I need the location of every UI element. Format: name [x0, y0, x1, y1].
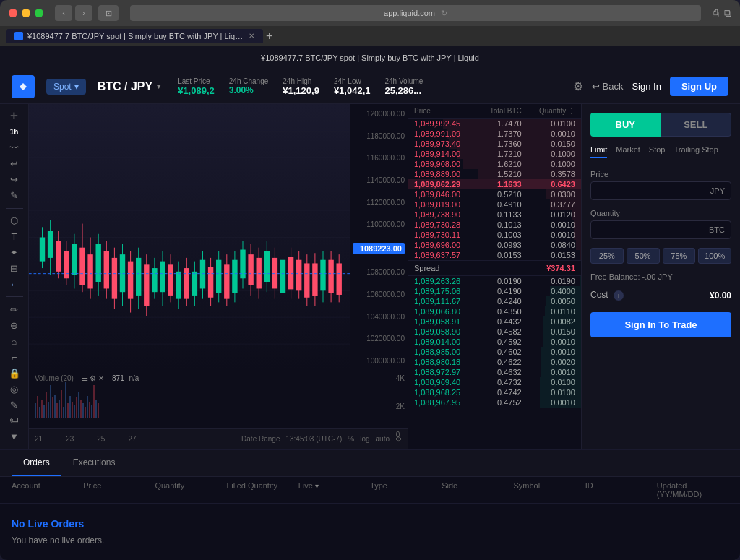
ask-row[interactable]: 1,089,738.900.11330.0120	[408, 210, 581, 220]
close-window-btn[interactable]	[9, 9, 17, 17]
indicator-tool[interactable]: ⊞	[3, 262, 26, 275]
ask-row[interactable]: 1,089,637.570.01530.0153	[408, 250, 581, 260]
url-bar[interactable]: app.liquid.com ↻	[130, 5, 701, 21]
bid-row[interactable]: 1,088,980.180.46220.0020	[408, 357, 581, 367]
home-tool[interactable]: ⌂	[3, 335, 26, 348]
bid-row[interactable]: 1,089,263.260.01900.0190	[408, 276, 581, 286]
ob-sort-icon[interactable]: ⋮	[568, 107, 575, 115]
bid-row[interactable]: 1,088,969.400.47320.0100	[408, 377, 581, 387]
browser-tab[interactable]: ¥1089477.7 BTC/JPY spot | Simply buy BTC…	[6, 29, 263, 43]
edit-tool[interactable]: ✎	[3, 398, 26, 411]
bid-row[interactable]: 1,089,066.800.43500.0110	[408, 306, 581, 316]
live-col-header[interactable]: Live ▾	[298, 481, 370, 499]
maximize-window-btn[interactable]	[35, 9, 43, 17]
crosshair-tool[interactable]: ✛	[3, 110, 26, 123]
buy-tab[interactable]: BUY	[590, 113, 661, 137]
ask-row[interactable]: 1,089,846.000.52100.0300	[408, 189, 581, 199]
share-btn[interactable]: ⎙	[713, 7, 718, 20]
tab-close-btn[interactable]: ✕	[249, 32, 254, 40]
crop-tool[interactable]: ⌐	[3, 350, 26, 363]
forward-nav-btn[interactable]: ›	[75, 5, 92, 21]
bid-row[interactable]: 1,089,058.910.44320.0082	[408, 316, 581, 327]
chart-container[interactable]: ☰ BTCJPY, 60 ⚙ ◉ O 1093489.21 H 1094541.…	[29, 104, 408, 371]
pair-selector[interactable]: BTC / JPY ▾	[98, 80, 160, 93]
ask-row[interactable]: 1,089,992.451.74700.0100	[408, 119, 581, 129]
svg-rect-74	[288, 257, 293, 289]
bid-row[interactable]: 1,088,968.250.47420.0100	[408, 387, 581, 397]
redo-btn[interactable]: ↪	[3, 173, 26, 186]
settings-icon[interactable]: ⚙	[573, 79, 583, 93]
pencil-tool[interactable]: ✏	[3, 303, 26, 316]
bid-row[interactable]: 1,089,175.060.41900.4000	[408, 286, 581, 296]
market-order-tab[interactable]: Market	[616, 145, 640, 158]
volume-bar	[87, 396, 88, 418]
bid-row[interactable]: 1,089,111.670.42400.0050	[408, 296, 581, 306]
pct-100-btn[interactable]: 100%	[698, 248, 731, 264]
sign-up-btn[interactable]: Sign Up	[670, 77, 728, 96]
volume-bar	[85, 407, 86, 418]
ask-row[interactable]: 1,089,889.001.52100.3578	[408, 169, 581, 179]
bid-row[interactable]: 1,088,967.950.47520.0010	[408, 397, 581, 408]
pct-25-btn[interactable]: 25%	[590, 248, 624, 264]
sign-in-trade-btn[interactable]: Sign In To Trade	[590, 312, 731, 337]
volume-bar	[78, 392, 79, 418]
volume-area: Volume (20) ☰ ⚙ ✕ 871 n/a 4K 2K 0	[29, 371, 408, 428]
limit-order-tab[interactable]: Limit	[590, 145, 607, 158]
measure-tool[interactable]: ✦	[3, 246, 26, 259]
new-tab-btn[interactable]: +	[266, 30, 272, 43]
draw-tool[interactable]: ✎	[3, 189, 26, 202]
refresh-icon[interactable]: ↻	[441, 9, 447, 18]
tag-tool[interactable]: 🏷	[3, 414, 26, 427]
text-tool[interactable]: T	[3, 231, 26, 244]
tab-icon-btn[interactable]: ⊡	[98, 5, 119, 21]
cost-info-icon[interactable]: i	[614, 290, 624, 301]
pct-75-btn[interactable]: 75%	[663, 248, 696, 264]
sell-tab[interactable]: SELL	[661, 113, 732, 137]
resize-btn[interactable]: ⧉	[724, 7, 731, 20]
volume-bar	[67, 403, 69, 418]
quantity-input[interactable]: BTC	[590, 220, 731, 239]
sign-in-btn[interactable]: Sign In	[632, 81, 661, 92]
order-type-tabs: Limit Market Stop Trailing Stop	[590, 145, 731, 158]
bid-row[interactable]: 1,088,972.970.46320.0010	[408, 367, 581, 377]
ask-row[interactable]: 1,089,730.110.10030.0010	[408, 230, 581, 240]
price-input[interactable]: JPY	[590, 181, 731, 200]
ask-row[interactable]: 1,089,908.001.62100.1000	[408, 159, 581, 169]
eye-tool[interactable]: ◎	[3, 382, 26, 395]
minimize-window-btn[interactable]	[22, 9, 30, 17]
app-container: ¥1089477.7 BTC/JPY spot | Simply buy BTC…	[0, 46, 740, 560]
pct-50-btn[interactable]: 50%	[627, 248, 660, 264]
timeframe-btn[interactable]: 1h	[3, 126, 26, 139]
ask-row[interactable]: 1,089,730.280.10130.0010	[408, 220, 581, 230]
arrow-tool[interactable]: ←	[3, 277, 26, 290]
lock-tool[interactable]: 🔒	[3, 366, 26, 379]
back-nav-btn[interactable]: ‹	[55, 5, 72, 21]
ask-row[interactable]: 1,089,696.000.09930.0840	[408, 240, 581, 250]
ask-row[interactable]: 1,089,819.000.49100.3777	[408, 199, 581, 210]
volume-bar	[39, 407, 40, 418]
back-button[interactable]: ↩ Back	[592, 81, 624, 92]
volume-bar	[80, 400, 82, 418]
zoom-tool[interactable]: ⊕	[3, 319, 26, 332]
price-currency: JPY	[710, 186, 725, 195]
orders-tab[interactable]: Orders	[12, 450, 61, 476]
line-tool[interactable]: 〰	[3, 142, 26, 155]
bid-row[interactable]: 1,089,058.900.45820.0150	[408, 327, 581, 337]
ask-row[interactable]: 1,089,973.401.73600.0150	[408, 139, 581, 149]
spot-type-btn[interactable]: Spot ▾	[46, 79, 86, 95]
stop-order-tab[interactable]: Stop	[649, 145, 666, 158]
volume-bar	[63, 407, 64, 418]
trailing-stop-tab[interactable]: Trailing Stop	[674, 145, 718, 158]
ask-row[interactable]: 1,089,914.001.72100.1000	[408, 149, 581, 159]
collapse-btn[interactable]: ▼	[3, 430, 26, 443]
pair-chevron-icon: ▾	[157, 82, 160, 90]
undo-btn[interactable]: ↩	[3, 158, 26, 171]
executions-tab[interactable]: Executions	[61, 450, 127, 476]
bid-row[interactable]: 1,088,985.000.46020.0010	[408, 347, 581, 357]
shape-tool[interactable]: ⬡	[3, 215, 26, 228]
ask-row[interactable]: 1,089,862.291.16330.6423	[408, 179, 581, 189]
bid-row[interactable]: 1,089,014.000.45920.0010	[408, 337, 581, 347]
ask-row[interactable]: 1,089,991.091.73700.0010	[408, 129, 581, 139]
volume-scale-0: 0	[396, 431, 405, 439]
svg-rect-54	[208, 267, 213, 298]
